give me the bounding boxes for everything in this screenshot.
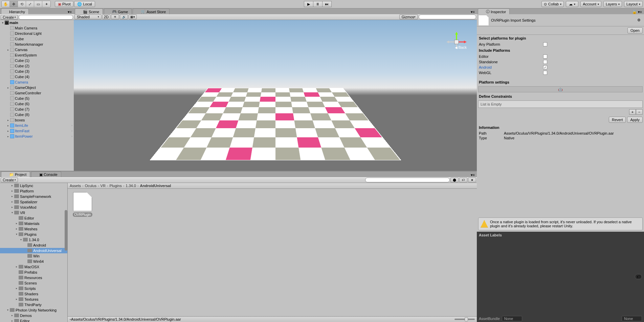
search-filter-1[interactable]: ⬤ [450,178,459,182]
hand-tool[interactable]: ✋ [2,1,10,7]
folder-item[interactable]: ▸LipSync [0,183,67,188]
folder-item[interactable]: Android [0,243,67,248]
2d-toggle[interactable]: 2D [102,15,110,19]
search-favorite[interactable]: ★ [468,178,476,182]
scene-row[interactable]: ▾⚙ main [0,20,74,25]
project-context-menu[interactable]: ▾≡ [469,173,477,177]
folder-item[interactable]: ▸Materials [0,221,67,226]
game-tab[interactable]: 🎮Game [104,8,132,14]
scene-back-button[interactable]: ◀ Back [455,45,467,49]
folder-item[interactable]: ▾Plugins [0,232,67,237]
constraint-remove-button[interactable]: − [636,109,643,115]
revert-button[interactable]: Revert [609,117,626,123]
folder-item[interactable]: Editor [0,215,67,221]
search-filter-2[interactable]: 🏷 [459,178,467,182]
folder-item[interactable]: ▸Platform [0,188,67,194]
folder-item[interactable]: ▸MacOSX [0,264,67,270]
pause-button[interactable]: ⏸ [313,1,323,7]
hierarchy-item[interactable]: Cube (7) [0,107,74,112]
inspector-settings-icon[interactable]: ⚙ [637,18,641,22]
hierarchy-item[interactable]: EventSystem [0,52,74,58]
open-button[interactable]: Open [627,27,643,33]
platform-checkbox[interactable] [543,71,547,75]
folder-item[interactable]: ▾Photon Unity Networking [0,307,67,313]
hierarchy-item[interactable]: Cube (8) [0,112,74,117]
draw-mode-dropdown[interactable]: Shaded [74,15,102,19]
folder-item[interactable]: Resources [0,275,67,280]
audio-toggle[interactable]: 🔊 [120,15,128,19]
hierarchy-item[interactable]: ▸Canvas [0,47,74,52]
layout-dropdown[interactable]: Layout [624,1,643,7]
collab-dropdown[interactable]: ⊙ Collab [541,1,564,7]
folder-item[interactable]: ▸Meshes [0,226,67,232]
apply-button[interactable]: Apply [627,117,643,123]
lighting-toggle[interactable]: ☀ [111,15,119,19]
hierarchy-item[interactable]: Cube [0,36,74,42]
folder-item[interactable]: ▾VR [0,210,67,215]
folder-item[interactable]: ▸SampleFramework [0,194,67,199]
account-dropdown[interactable]: Account [580,1,601,7]
cloud-button[interactable]: ☁ [566,1,578,7]
hierarchy-item[interactable]: ▸boxes [0,117,74,123]
scene-viewport[interactable]: ◀ Back [74,20,477,171]
breadcrumb-item[interactable]: AndroidUniversal [140,184,171,188]
folder-item[interactable]: ▸Spatializer [0,199,67,205]
hierarchy-create-button[interactable]: Create [1,15,18,20]
breadcrumb-item[interactable]: VR [101,184,106,188]
folder-item[interactable]: ▸Scripts [0,286,67,291]
hierarchy-item[interactable]: Networkmanager [0,42,74,47]
rect-tool[interactable]: ▭ [34,1,42,7]
hierarchy-item[interactable]: ▸ItemLife› [0,123,74,128]
folder-item[interactable]: ▾1.34.0 [0,237,67,243]
local-button[interactable]: 🌐Local [74,1,95,7]
hierarchy-item[interactable]: Cube (1) [0,58,74,63]
hierarchy-search[interactable] [19,15,73,20]
scene-context-menu[interactable]: ▾≡ [469,10,477,14]
transform-tool[interactable]: ✦ [42,1,50,7]
breadcrumb-item[interactable]: Oculus [85,184,96,188]
folder-item[interactable]: Prefabs [0,270,67,275]
folder-item[interactable]: Scenes [0,280,67,286]
asset-store-tab[interactable]: 🛒Asset Store [133,8,170,14]
asset-bundle-variant-dropdown[interactable]: None [622,316,642,321]
step-button[interactable]: ⏭ [322,1,332,7]
project-tab[interactable]: 📁Project [1,171,30,177]
platform-checkbox[interactable] [543,54,547,59]
labels-tag-icon[interactable]: 🏷 [635,274,642,279]
hierarchy-item[interactable]: Cube (3) [0,69,74,74]
breadcrumb-item[interactable]: Plugins [110,184,122,188]
scene-search[interactable] [419,15,476,19]
folder-item[interactable]: ThirdParty [0,302,67,307]
asset-item[interactable]: OVRPlugin [71,192,94,217]
thumbnail-size-slider[interactable] [454,319,475,320]
hierarchy-item[interactable]: ▸ItemFast› [0,128,74,134]
inspector-lock[interactable]: 🔓 ▾≡ [630,10,644,14]
folder-item[interactable]: Win64 [0,259,67,264]
breadcrumb-item[interactable]: 1.34.0 [126,184,136,188]
project-folder-tree[interactable]: ▸LipSync▸Platform▸SampleFramework▸Spatia… [0,183,68,322]
breadcrumb-item[interactable]: Assets [70,184,81,188]
hierarchy-item[interactable]: Cube (5) [0,96,74,101]
fx-toggle[interactable]: ▦▾ [129,15,137,19]
hierarchy-item[interactable]: GameController [0,90,74,96]
platform-checkbox[interactable] [543,60,547,64]
play-button[interactable]: ▶ [304,1,313,7]
gizmos-dropdown[interactable]: Gizmos [399,15,418,19]
hierarchy-item[interactable]: Main Camera [0,25,74,31]
hierarchy-item[interactable]: Cube (2) [0,63,74,69]
asset-bundle-name-dropdown[interactable]: None [502,316,522,321]
asset-grid[interactable]: OVRPlugin [68,189,477,317]
platform-checkbox[interactable]: ✓ [543,65,547,69]
constraint-add-button[interactable]: + [629,109,636,115]
asset-labels-area[interactable]: 🏷 [477,238,644,316]
folder-item[interactable]: ▸Editor [0,318,67,322]
layers-dropdown[interactable]: Layers [603,1,622,7]
project-create-button[interactable]: Create [1,178,18,182]
scene-tab[interactable]: 🎬Scene [75,8,103,14]
console-tab[interactable]: ▣Console [31,171,61,177]
any-platform-checkbox[interactable] [543,42,547,46]
scale-tool[interactable]: ⤢ [26,1,34,7]
hierarchy-item[interactable]: Cube (4) [0,74,74,79]
folder-item[interactable]: ▸Demos [0,313,67,318]
hierarchy-context-menu[interactable]: ▾≡ [66,10,74,14]
